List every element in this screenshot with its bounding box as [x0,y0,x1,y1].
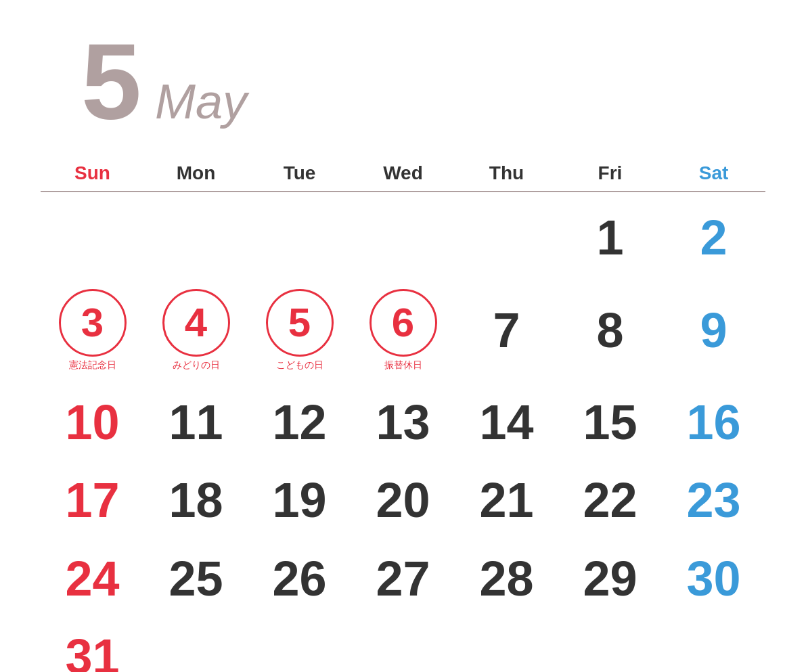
day-number-circled: 4 [162,289,230,357]
day-cell-empty [662,618,765,672]
holiday-label: 振替休日 [384,359,422,372]
day-cell-26: 26 [248,540,351,618]
day-number: 27 [376,552,430,606]
day-number-circled: 5 [266,289,334,357]
day-header-sun: Sun [41,156,144,191]
day-number: 18 [169,474,223,527]
day-header-fri: Fri [558,156,662,191]
day-cell-empty [351,199,455,277]
day-number: 22 [583,474,637,527]
day-cell-31: 31 [41,618,144,672]
day-number: 19 [272,474,326,527]
day-cell-8: 8 [558,277,662,384]
day-cell-empty [248,618,351,672]
calendar-grid: Sun Mon Tue Wed Thu Fri Sat 1 2 3 憲法記念日 … [41,156,765,672]
day-number: 16 [686,396,740,449]
day-cell-3: 3 憲法記念日 [41,277,144,384]
day-cell-23: 23 [662,462,765,539]
day-cell-22: 22 [558,462,662,539]
day-number: 21 [479,474,533,527]
day-number: 31 [65,630,119,672]
day-cell-2: 2 [662,199,765,277]
day-cell-11: 11 [144,384,248,462]
day-header-sat: Sat [662,156,765,191]
day-cell-29: 29 [558,540,662,618]
day-header-tue: Tue [248,156,351,191]
day-cell-27: 27 [351,540,455,618]
day-cell-1: 1 [558,199,662,277]
day-cell-12: 12 [248,384,351,462]
day-cell-empty [248,199,351,277]
day-cell-empty [41,199,144,277]
day-header-thu: Thu [455,156,558,191]
day-number: 8 [596,304,623,357]
day-number: 10 [65,396,119,449]
month-name: May [155,77,247,126]
calendar: 5 May Sun Mon Tue Wed Thu Fri Sat 1 2 3 … [41,27,765,672]
day-number: 11 [169,396,223,449]
calendar-header: 5 May [41,27,765,135]
day-cell-empty [351,618,455,672]
day-cell-9: 9 [662,277,765,384]
day-cell-17: 17 [41,462,144,539]
day-number-circled: 3 [59,289,127,357]
day-header-mon: Mon [144,156,248,191]
holiday-label: 憲法記念日 [69,359,116,372]
day-cell-15: 15 [558,384,662,462]
day-cell-24: 24 [41,540,144,618]
day-cell-30: 30 [662,540,765,618]
day-number: 14 [479,396,533,449]
day-number: 17 [65,474,119,527]
day-cell-25: 25 [144,540,248,618]
day-cell-13: 13 [351,384,455,462]
day-number: 7 [493,304,520,357]
holiday-label: こどもの日 [276,359,323,372]
day-cell-16: 16 [662,384,765,462]
day-number: 15 [583,396,637,449]
day-cell-14: 14 [455,384,558,462]
day-cell-6: 6 振替休日 [351,277,455,384]
day-cell-empty [144,199,248,277]
day-cell-10: 10 [41,384,144,462]
day-number: 30 [686,552,740,606]
day-number: 28 [479,552,533,606]
day-cell-18: 18 [144,462,248,539]
day-cell-28: 28 [455,540,558,618]
day-number-circled: 6 [370,289,437,357]
month-number: 5 [81,27,141,135]
day-cell-20: 20 [351,462,455,539]
day-number: 23 [686,474,740,527]
day-number: 13 [376,396,430,449]
holiday-label: みどりの日 [173,359,220,372]
day-number: 20 [376,474,430,527]
day-cell-7: 7 [455,277,558,384]
day-cell-19: 19 [248,462,351,539]
day-cell-empty [455,199,558,277]
day-number: 29 [583,552,637,606]
day-cell-empty [558,618,662,672]
day-cell-empty [144,618,248,672]
day-cell-4: 4 みどりの日 [144,277,248,384]
day-number: 26 [272,552,326,606]
day-number: 2 [700,211,727,265]
day-cell-21: 21 [455,462,558,539]
day-cell-5: 5 こどもの日 [248,277,351,384]
header-divider [41,191,765,192]
day-number: 1 [596,211,623,265]
day-cell-empty [455,618,558,672]
day-header-wed: Wed [351,156,455,191]
day-number: 25 [169,552,223,606]
day-number: 24 [65,552,119,606]
day-number: 12 [272,396,326,449]
day-number: 9 [700,304,727,357]
